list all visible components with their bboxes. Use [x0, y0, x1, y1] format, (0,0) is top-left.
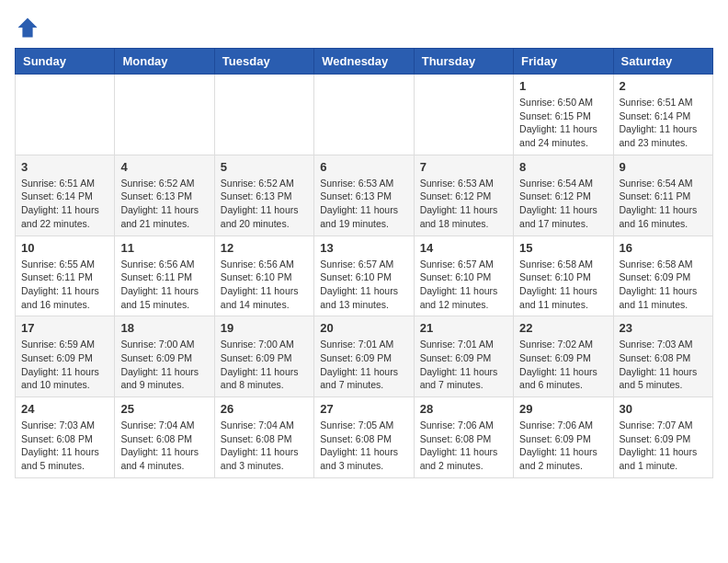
day-number: 19 — [221, 321, 308, 335]
calendar-cell — [16, 75, 115, 155]
svg-marker-0 — [18, 18, 38, 38]
day-number: 20 — [320, 321, 407, 335]
calendar-cell: 3Sunrise: 6:51 AM Sunset: 6:14 PM Daylig… — [16, 155, 115, 236]
day-number: 9 — [620, 160, 707, 174]
calendar-cell: 20Sunrise: 7:01 AM Sunset: 6:09 PM Dayli… — [314, 316, 414, 397]
day-number: 8 — [519, 160, 607, 174]
day-number: 30 — [620, 402, 707, 416]
day-info: Sunrise: 7:02 AM Sunset: 6:09 PM Dayligh… — [519, 338, 607, 392]
day-number: 5 — [221, 160, 308, 174]
calendar-cell: 12Sunrise: 6:56 AM Sunset: 6:10 PM Dayli… — [214, 236, 313, 316]
day-number: 15 — [519, 241, 607, 255]
calendar-cell: 28Sunrise: 7:06 AM Sunset: 6:08 PM Dayli… — [414, 397, 513, 478]
calendar-cell: 2Sunrise: 6:51 AM Sunset: 6:14 PM Daylig… — [613, 75, 712, 155]
day-header-monday: Monday — [115, 49, 214, 75]
day-info: Sunrise: 6:53 AM Sunset: 6:13 PM Dayligh… — [320, 177, 407, 231]
day-number: 26 — [221, 402, 308, 416]
day-number: 17 — [21, 321, 108, 335]
calendar-cell: 11Sunrise: 6:56 AM Sunset: 6:11 PM Dayli… — [115, 236, 214, 316]
day-info: Sunrise: 7:01 AM Sunset: 6:09 PM Dayligh… — [420, 338, 507, 392]
day-number: 7 — [420, 160, 507, 174]
calendar-cell: 29Sunrise: 7:06 AM Sunset: 6:09 PM Dayli… — [514, 397, 613, 478]
day-number: 24 — [21, 402, 108, 416]
day-number: 18 — [120, 321, 208, 335]
calendar-week-3: 10Sunrise: 6:55 AM Sunset: 6:11 PM Dayli… — [16, 236, 713, 316]
calendar-cell: 1Sunrise: 6:50 AM Sunset: 6:15 PM Daylig… — [514, 75, 613, 155]
calendar-cell: 15Sunrise: 6:58 AM Sunset: 6:10 PM Dayli… — [514, 236, 613, 316]
page-header — [15, 15, 713, 40]
calendar-week-1: 1Sunrise: 6:50 AM Sunset: 6:15 PM Daylig… — [16, 75, 713, 155]
day-info: Sunrise: 6:50 AM Sunset: 6:15 PM Dayligh… — [519, 96, 607, 150]
day-info: Sunrise: 6:51 AM Sunset: 6:14 PM Dayligh… — [620, 96, 707, 150]
calendar-cell: 24Sunrise: 7:03 AM Sunset: 6:08 PM Dayli… — [16, 397, 115, 478]
day-info: Sunrise: 6:52 AM Sunset: 6:13 PM Dayligh… — [120, 177, 208, 231]
calendar-table: SundayMondayTuesdayWednesdayThursdayFrid… — [15, 48, 713, 478]
day-info: Sunrise: 7:00 AM Sunset: 6:09 PM Dayligh… — [120, 338, 208, 392]
logo-icon — [15, 15, 40, 40]
calendar-cell: 7Sunrise: 6:53 AM Sunset: 6:12 PM Daylig… — [414, 155, 513, 236]
day-info: Sunrise: 7:00 AM Sunset: 6:09 PM Dayligh… — [221, 338, 308, 392]
day-number: 23 — [620, 321, 707, 335]
day-info: Sunrise: 7:06 AM Sunset: 6:09 PM Dayligh… — [519, 419, 607, 473]
day-number: 2 — [620, 79, 707, 93]
day-info: Sunrise: 6:57 AM Sunset: 6:10 PM Dayligh… — [320, 258, 407, 312]
calendar-cell: 19Sunrise: 7:00 AM Sunset: 6:09 PM Dayli… — [214, 316, 313, 397]
day-info: Sunrise: 6:58 AM Sunset: 6:09 PM Dayligh… — [620, 258, 707, 312]
day-number: 21 — [420, 321, 507, 335]
calendar-cell: 9Sunrise: 6:54 AM Sunset: 6:11 PM Daylig… — [613, 155, 712, 236]
day-info: Sunrise: 6:55 AM Sunset: 6:11 PM Dayligh… — [21, 258, 108, 312]
day-info: Sunrise: 6:53 AM Sunset: 6:12 PM Dayligh… — [420, 177, 507, 231]
calendar-cell: 14Sunrise: 6:57 AM Sunset: 6:10 PM Dayli… — [414, 236, 513, 316]
day-info: Sunrise: 6:54 AM Sunset: 6:11 PM Dayligh… — [620, 177, 707, 231]
day-header-tuesday: Tuesday — [214, 49, 313, 75]
calendar-cell: 13Sunrise: 6:57 AM Sunset: 6:10 PM Dayli… — [314, 236, 414, 316]
day-number: 27 — [320, 402, 407, 416]
day-info: Sunrise: 7:04 AM Sunset: 6:08 PM Dayligh… — [221, 419, 308, 473]
calendar-cell: 21Sunrise: 7:01 AM Sunset: 6:09 PM Dayli… — [414, 316, 513, 397]
calendar-cell: 25Sunrise: 7:04 AM Sunset: 6:08 PM Dayli… — [115, 397, 214, 478]
day-number: 3 — [21, 160, 108, 174]
calendar-cell: 22Sunrise: 7:02 AM Sunset: 6:09 PM Dayli… — [514, 316, 613, 397]
day-info: Sunrise: 7:01 AM Sunset: 6:09 PM Dayligh… — [320, 338, 407, 392]
calendar-cell: 5Sunrise: 6:52 AM Sunset: 6:13 PM Daylig… — [214, 155, 313, 236]
calendar-week-4: 17Sunrise: 6:59 AM Sunset: 6:09 PM Dayli… — [16, 316, 713, 397]
calendar-cell: 16Sunrise: 6:58 AM Sunset: 6:09 PM Dayli… — [613, 236, 712, 316]
calendar-cell: 27Sunrise: 7:05 AM Sunset: 6:08 PM Dayli… — [314, 397, 414, 478]
calendar-cell — [314, 75, 414, 155]
day-info: Sunrise: 6:58 AM Sunset: 6:10 PM Dayligh… — [519, 258, 607, 312]
day-header-sunday: Sunday — [16, 49, 115, 75]
day-info: Sunrise: 6:51 AM Sunset: 6:14 PM Dayligh… — [21, 177, 108, 231]
day-number: 14 — [420, 241, 507, 255]
day-header-saturday: Saturday — [613, 49, 712, 75]
day-number: 10 — [21, 241, 108, 255]
day-number: 29 — [519, 402, 607, 416]
calendar-cell: 30Sunrise: 7:07 AM Sunset: 6:09 PM Dayli… — [613, 397, 712, 478]
day-info: Sunrise: 6:54 AM Sunset: 6:12 PM Dayligh… — [519, 177, 607, 231]
day-header-friday: Friday — [514, 49, 613, 75]
calendar-cell: 8Sunrise: 6:54 AM Sunset: 6:12 PM Daylig… — [514, 155, 613, 236]
calendar-header-row: SundayMondayTuesdayWednesdayThursdayFrid… — [16, 49, 713, 75]
day-number: 28 — [420, 402, 507, 416]
day-number: 6 — [320, 160, 407, 174]
day-info: Sunrise: 7:03 AM Sunset: 6:08 PM Dayligh… — [21, 419, 108, 473]
day-info: Sunrise: 7:06 AM Sunset: 6:08 PM Dayligh… — [420, 419, 507, 473]
day-info: Sunrise: 6:59 AM Sunset: 6:09 PM Dayligh… — [21, 338, 108, 392]
calendar-cell: 6Sunrise: 6:53 AM Sunset: 6:13 PM Daylig… — [314, 155, 414, 236]
day-info: Sunrise: 6:56 AM Sunset: 6:10 PM Dayligh… — [221, 258, 308, 312]
calendar-cell: 18Sunrise: 7:00 AM Sunset: 6:09 PM Dayli… — [115, 316, 214, 397]
calendar-cell — [214, 75, 313, 155]
logo — [15, 15, 44, 40]
day-info: Sunrise: 6:57 AM Sunset: 6:10 PM Dayligh… — [420, 258, 507, 312]
day-info: Sunrise: 6:52 AM Sunset: 6:13 PM Dayligh… — [221, 177, 308, 231]
day-info: Sunrise: 7:07 AM Sunset: 6:09 PM Dayligh… — [620, 419, 707, 473]
calendar-cell: 4Sunrise: 6:52 AM Sunset: 6:13 PM Daylig… — [115, 155, 214, 236]
day-number: 13 — [320, 241, 407, 255]
day-number: 11 — [120, 241, 208, 255]
day-info: Sunrise: 6:56 AM Sunset: 6:11 PM Dayligh… — [120, 258, 208, 312]
day-number: 1 — [519, 79, 607, 93]
calendar-cell — [115, 75, 214, 155]
day-number: 22 — [519, 321, 607, 335]
day-info: Sunrise: 7:05 AM Sunset: 6:08 PM Dayligh… — [320, 419, 407, 473]
day-info: Sunrise: 7:03 AM Sunset: 6:08 PM Dayligh… — [620, 338, 707, 392]
calendar-week-5: 24Sunrise: 7:03 AM Sunset: 6:08 PM Dayli… — [16, 397, 713, 478]
